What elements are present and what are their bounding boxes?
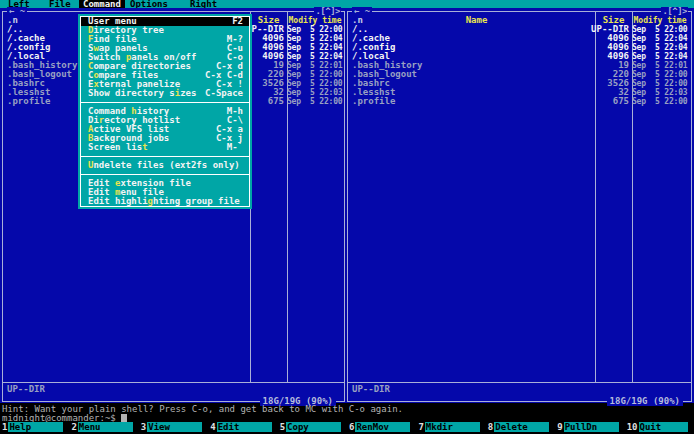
- file-row[interactable]: .lesshst32Sep 5 22:03: [349, 88, 690, 97]
- fkey-label: Mkdir: [425, 422, 480, 432]
- fkey-quit[interactable]: 10Quit: [625, 422, 694, 432]
- fkey-number: 5: [278, 422, 286, 432]
- file-mtime: Sep 5 22:04: [632, 52, 690, 61]
- panel-path-label: ~: [20, 6, 25, 16]
- fkey-number: 9: [555, 422, 563, 432]
- menu-item-screen-list[interactable]: Screen listM-`: [81, 143, 249, 152]
- menu-item-edit-highlighting-group-file[interactable]: Edit highlighting group file: [81, 197, 249, 206]
- disk-usage: 18G/19G (90%): [607, 397, 683, 406]
- file-size: 32: [499, 88, 629, 97]
- menubar-item-options[interactable]: Options: [130, 0, 168, 8]
- fkey-label: Help: [8, 422, 63, 432]
- panel-header-right: .nNameSizeModify time: [348, 16, 691, 25]
- fkey-edit[interactable]: 4Edit: [208, 422, 277, 432]
- panel-corner-buttons[interactable]: .[^]>: [661, 7, 688, 16]
- menu-item-undelete-files-ext2fs-only[interactable]: Undelete files (ext2fs only): [81, 161, 249, 170]
- file-row[interactable]: .bash_logout220Sep 5 22:00: [349, 70, 690, 79]
- fkey-number: 7: [416, 422, 424, 432]
- mini-status: UP--DIR: [7, 385, 45, 394]
- menubar-item-command[interactable]: Command: [79, 0, 125, 8]
- fkey-label: Menu: [78, 422, 133, 432]
- file-name: .profile: [352, 97, 395, 106]
- fkey-number: 8: [486, 422, 494, 432]
- file-row[interactable]: .bashrc3526Sep 5 22:00: [349, 79, 690, 88]
- fkey-view[interactable]: 3View: [139, 422, 208, 432]
- menu-bar: LeftFileCommandOptionsRight: [0, 0, 694, 8]
- file-size: 3526: [499, 79, 629, 88]
- menu-item-shortcut: M-`: [227, 143, 243, 152]
- menu-item-shortcut: F2: [232, 17, 243, 26]
- fkey-number: 4: [208, 422, 216, 432]
- file-row[interactable]: /..UP--DIRSep 5 22:00: [349, 25, 690, 34]
- function-key-bar: 1Help2Menu3View4Edit5Copy6RenMov7Mkdir8D…: [0, 422, 694, 432]
- fkey-label: View: [147, 422, 202, 432]
- file-mtime: Sep 5 22:00: [287, 79, 345, 88]
- file-mtime: Sep 5 22:00: [632, 79, 690, 88]
- fkey-label: RenMov: [355, 422, 410, 432]
- panel-corner-buttons[interactable]: .[^]>: [314, 7, 341, 16]
- fkey-label: PullDn: [564, 422, 619, 432]
- file-mtime: Sep 5 22:00: [632, 97, 690, 106]
- fkey-menu[interactable]: 2Menu: [69, 422, 138, 432]
- fkey-mkdir[interactable]: 7Mkdir: [416, 422, 485, 432]
- fkey-number: 6: [347, 422, 355, 432]
- menu-item-shortcut: C-Space: [205, 89, 243, 98]
- file-panel-right: ← ~.[^]>.nNameSizeModify time/..UP--DIRS…: [347, 11, 692, 402]
- file-mtime: Sep 5 22:04: [287, 52, 345, 61]
- file-mtime: Sep 5 22:00: [287, 70, 345, 79]
- file-mtime: Sep 5 22:00: [287, 25, 345, 34]
- menubar-item-right[interactable]: Right: [190, 0, 217, 8]
- fkey-copy[interactable]: 5Copy: [278, 422, 347, 432]
- file-mtime: Sep 5 22:00: [632, 25, 690, 34]
- file-row[interactable]: /.cache4096Sep 5 22:04: [349, 34, 690, 43]
- file-size: 4096: [499, 52, 629, 61]
- fkey-delete[interactable]: 8Delete: [486, 422, 555, 432]
- fkey-renmov[interactable]: 6RenMov: [347, 422, 416, 432]
- file-size: 19: [499, 61, 629, 70]
- menubar-item-file[interactable]: File: [49, 0, 71, 8]
- file-size: 675: [499, 97, 629, 106]
- file-mtime: Sep 5 22:03: [287, 88, 345, 97]
- mini-status: UP--DIR: [352, 385, 390, 394]
- file-mtime: Sep 5 22:01: [287, 61, 345, 70]
- column-header-name[interactable]: Name: [358, 16, 595, 25]
- fkey-number: 2: [69, 422, 77, 432]
- fkey-label: Quit: [639, 422, 689, 432]
- file-mtime: Sep 5 22:00: [287, 97, 345, 106]
- fkey-label: Copy: [286, 422, 341, 432]
- menu-item-show-directory-sizes[interactable]: Show directory sizesC-Space: [81, 89, 249, 98]
- fkey-label: Edit: [217, 422, 272, 432]
- command-menu-dropdown: User menuF2Directory treeFind fileM-?Swa…: [78, 14, 252, 209]
- file-name: .profile: [7, 97, 50, 106]
- file-mtime: Sep 5 22:04: [287, 43, 345, 52]
- file-mtime: Sep 5 22:03: [632, 88, 690, 97]
- fkey-help[interactable]: 1Help: [0, 422, 69, 432]
- mini-status-divider: [348, 382, 691, 383]
- column-header-mtime[interactable]: Modify time: [632, 16, 688, 25]
- file-mtime: Sep 5 22:04: [287, 34, 345, 43]
- panels-background: ← ~.[^]>.nNameSizeModify time/..UP--DIRS…: [0, 8, 694, 403]
- fkey-number: 10: [625, 422, 639, 432]
- file-row[interactable]: .profile675Sep 5 22:00: [349, 97, 690, 106]
- file-mtime: Sep 5 22:01: [632, 61, 690, 70]
- mini-status-divider: [3, 382, 344, 383]
- file-row[interactable]: /.config4096Sep 5 22:04: [349, 43, 690, 52]
- fkey-number: 3: [139, 422, 147, 432]
- file-mtime: Sep 5 22:00: [632, 70, 690, 79]
- file-mtime: Sep 5 22:04: [632, 34, 690, 43]
- column-header-mtime[interactable]: Modify time: [287, 16, 343, 25]
- file-mtime: Sep 5 22:04: [632, 43, 690, 52]
- fkey-number: 1: [0, 422, 8, 432]
- fkey-pulldn[interactable]: 9PullDn: [555, 422, 624, 432]
- fkey-label: Delete: [494, 422, 549, 432]
- panel-path-label: ~: [365, 6, 370, 16]
